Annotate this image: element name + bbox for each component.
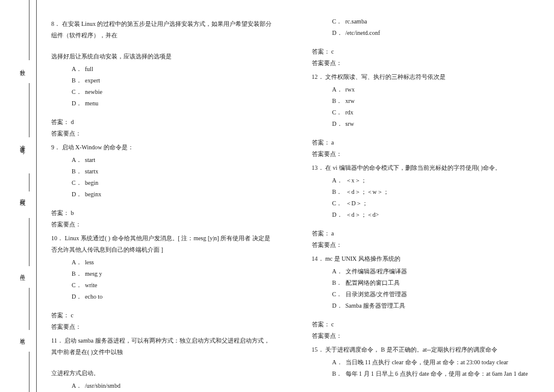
q8-opt-a: A．full [72, 63, 276, 75]
q9-opt-a: A．start [72, 154, 276, 166]
q12-text: 12． 文件权限读、写、执行的三种标志符号依次是 [312, 71, 537, 82]
q8-opt-b: B．expert [72, 75, 276, 86]
q8-text2: 选择好后让系统自动安装，应该选择的选项是 [51, 51, 276, 62]
q10-opt-b: B．mesg y [72, 268, 276, 279]
q12-answer: 答案： a [312, 137, 537, 148]
q11-text2: 立进程方式启动。 [51, 367, 276, 379]
q10-opt-c: C．write [72, 279, 276, 291]
q11-opt-a: A．/usr/sbin/smbd [72, 380, 276, 391]
q9-opt-d: D．beginx [72, 188, 276, 200]
q9-points: 答案要点： [51, 219, 276, 230]
margin-label-mfx: 密封线 [19, 194, 26, 198]
q15-options: A．当日晚 11 点执行 clear 命令，使用 at 命令：at 23:00 … [312, 356, 537, 379]
q9-options: A．start B．startx C．begin D．beginx [51, 154, 276, 200]
q8-opt-c: C．newbie [72, 86, 276, 98]
q12-opt-c: C．rdx [332, 107, 537, 118]
q10-text: 10． Linux 系统通过( ) 命令给其他用户发消息。[ 注：mesg [y… [51, 232, 276, 255]
q14-answer: 答案： c [312, 319, 537, 330]
segment-line-6 [29, 352, 30, 392]
q15-text: 15． 关于进程调度命令， B 是不正确的。at--定期执行程序的调度命令 [312, 344, 537, 355]
margin-label-danwei: 单位 [19, 270, 26, 272]
q15-opt-a: A．当日晚 11 点执行 clear 命令，使用 at 命令：at 23:00 … [332, 356, 537, 368]
q11-points: 答案要点： [312, 57, 537, 69]
q14-opt-c: C．目录浏览器/文件管理器 [332, 288, 537, 300]
binding-line-main [36, 0, 37, 392]
q11-text: 11． 启动 samba 服务器进程，可以有两种方式：独立启动方式和父进程启动方… [51, 335, 276, 358]
q12-options: A．rwx B．xrw C．rdx D．srw [312, 84, 537, 129]
q8-options: A．full B．expert C．newbie D．menu [51, 63, 276, 109]
q9-opt-b: B．startx [72, 166, 276, 177]
q10-answer: 答案： c [51, 310, 276, 321]
q14-options: A．文件编辑器/程序编译器 B．配置网络的窗口工具 C．目录浏览器/文件管理器 … [312, 266, 537, 311]
q12-opt-b: B．xrw [332, 95, 537, 107]
q12-points: 答案要点： [312, 148, 537, 160]
margin-label-xingming: 姓名 [19, 334, 26, 336]
q14-opt-a: A．文件编辑器/程序编译器 [332, 266, 537, 277]
q11-options-right: C．rc.samba D．/etc/inetd.conf [312, 16, 537, 39]
q9-text: 9． 启动 X-Window 的命令是： [51, 142, 276, 153]
segment-line-5 [29, 288, 30, 330]
segment-line-1 [29, 0, 30, 60]
q11-opt-d: D．/etc/inetd.conf [332, 27, 537, 39]
q8-points: 答案要点： [51, 128, 276, 139]
page-content: 8． 在安装 Linux 的过程中的第五步是让用户选择安装方式，如果用户希望安装… [51, 16, 536, 380]
q10-opt-a: A．less [72, 257, 276, 268]
q11-answer: 答案： c [312, 46, 537, 57]
q10-points: 答案要点： [51, 321, 276, 332]
q14-points: 答案要点： [312, 330, 537, 341]
q9-answer: 答案： b [51, 207, 276, 219]
q14-opt-b: B．配置网络的窗口工具 [332, 277, 537, 288]
q13-opt-b: B．＜d＞；＜w＞； [332, 186, 537, 198]
q8-opt-d: D．menu [72, 98, 276, 109]
q8-answer: 答案： d [51, 116, 276, 128]
margin-label-fenshu: 分数 [19, 65, 26, 67]
q9-opt-c: C．begin [72, 177, 276, 188]
binding-margin: 分数 准考证号 密封线 单位 姓名 [0, 0, 51, 392]
column-left: 8． 在安装 Linux 的过程中的第五步是让用户选择安装方式，如果用户希望安装… [51, 16, 276, 380]
q12-opt-d: D．srw [332, 118, 537, 129]
q13-options: A．＜x＞； B．＜d＞；＜w＞； C．＜D＞； D．＜d＞；＜d> [312, 175, 537, 220]
q8-text: 8． 在安装 Linux 的过程中的第五步是让用户选择安装方式，如果用户希望安装… [51, 18, 276, 41]
q12-opt-a: A．rwx [332, 84, 537, 95]
margin-label-zkz: 准考证号 [19, 141, 26, 146]
q10-options: A．less B．mesg y C．write D．echo to [51, 257, 276, 302]
segment-line-4 [29, 218, 30, 266]
q13-answer: 答案： a [312, 228, 537, 239]
q13-text: 13． 在 vi 编辑器中的命令模式下，删除当前光标处的字符使用( )命令。 [312, 162, 537, 173]
q14-opt-d: D．Samba 服务器管理工具 [332, 300, 537, 311]
segment-line-3 [29, 173, 30, 191]
q10-opt-d: D．echo to [72, 291, 276, 302]
q13-opt-d: D．＜d＞；＜d> [332, 209, 537, 220]
segment-line-2 [29, 83, 30, 137]
q11-opt-c: C．rc.samba [332, 16, 537, 27]
q14-text: 14． mc 是 UNIX 风格操作系统的 [312, 253, 537, 264]
q15-opt-b: B．每年 1 月 1 日早上 6 点执行 date 命令，使用 at 命令：at… [332, 368, 537, 379]
column-right: C．rc.samba D．/etc/inetd.conf 答案： c 答案要点：… [312, 16, 537, 380]
q13-opt-a: A．＜x＞； [332, 175, 537, 186]
q11-options-left: A．/usr/sbin/smbd B．/usr/sbin/nmbd [51, 380, 276, 392]
q13-opt-c: C．＜D＞； [332, 198, 537, 209]
q13-points: 答案要点： [312, 239, 537, 250]
